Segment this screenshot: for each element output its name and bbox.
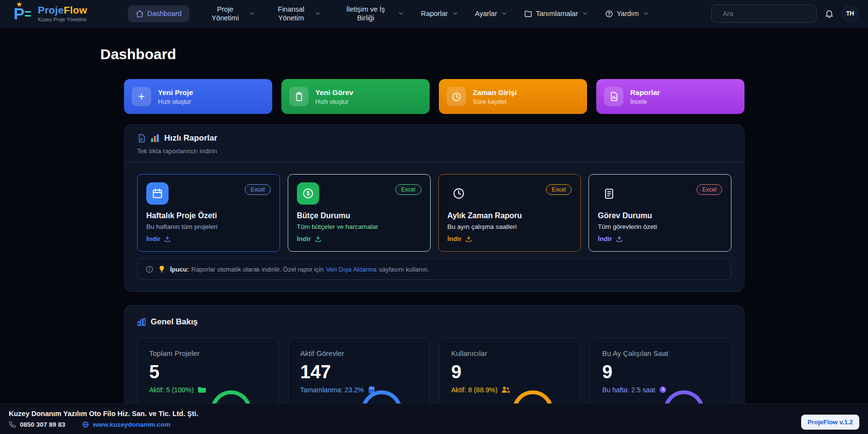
quick-reports-subtitle: Tek tıkla raporlarınızı indirin	[137, 147, 731, 155]
chevron-down-icon	[501, 10, 508, 17]
nav-item-raporlar[interactable]: Raporlar	[421, 10, 459, 17]
divider	[124, 162, 744, 162]
download-icon	[465, 235, 472, 242]
folder-green-icon	[198, 386, 206, 393]
quick-action-raporlar[interactable]: Raporlar İncele	[596, 79, 744, 114]
footer-company-name: Kuzey Donanım Yazılım Oto Filo Hiz. San.…	[9, 410, 198, 418]
page-title: Dashboard	[100, 46, 868, 63]
nav-item-iletisim-is-birligi[interactable]: İletişim ve İş Birliği	[338, 5, 404, 22]
report-card-gorev-durumu[interactable]: Excel Görev Durumu Tüm görevlerin özeti …	[589, 174, 731, 252]
quick-action-zaman-girisi[interactable]: Zaman Girişi Süre kaydet	[439, 79, 587, 114]
nav-item-ayarlar[interactable]: Ayarlar	[475, 10, 508, 17]
format-badge: Excel	[546, 184, 572, 195]
nav-right-tools: TH	[711, 4, 858, 23]
download-link[interactable]: İndir	[297, 235, 421, 242]
nav-item-proje-yonetimi[interactable]: Proje Yönetimi	[206, 5, 255, 22]
report-card-haftalik-proje-ozeti[interactable]: Excel Haftalık Proje Özeti Bu haftanın t…	[137, 174, 280, 252]
quick-actions-row: + Yeni Proje Hızlı oluştur Yeni Görev Hı…	[124, 79, 744, 114]
folder-icon	[524, 10, 532, 18]
search-box[interactable]	[711, 4, 817, 23]
user-avatar[interactable]: TH	[842, 5, 858, 22]
nav-item-dashboard[interactable]: Dashboard	[128, 5, 189, 22]
footer-website-link[interactable]: www.kuzeydonanim.com	[93, 421, 170, 428]
footer: Kuzey Donanım Yazılım Oto Filo Hiz. San.…	[0, 403, 868, 434]
clock-icon	[447, 87, 466, 106]
tip-label: İpucu:	[170, 266, 189, 273]
info-icon	[145, 265, 154, 273]
quick-action-yeni-gorev[interactable]: Yeni Görev Hızlı oluştur	[281, 79, 430, 114]
brand-tagline: Kuzey Proje Yönetimi	[38, 17, 87, 23]
format-badge: Excel	[697, 184, 722, 195]
chevron-down-icon	[248, 10, 255, 17]
download-icon	[314, 235, 322, 242]
chevron-down-icon	[452, 10, 459, 17]
help-icon	[605, 10, 613, 18]
download-icon	[616, 235, 623, 242]
clipboard-icon	[289, 87, 309, 106]
main-menu: Dashboard Proje Yönetimi Finansal Yöneti…	[128, 5, 650, 22]
clock-icon	[448, 182, 470, 205]
report-card-aylik-zaman-raporu[interactable]: Excel Aylık Zaman Raporu Bu ayın çalışma…	[438, 174, 581, 252]
dollar-icon: $	[297, 182, 319, 205]
document-icon	[137, 134, 146, 143]
search-input[interactable]	[723, 10, 810, 17]
chevron-down-icon	[314, 10, 321, 17]
format-badge: Excel	[245, 184, 270, 195]
quick-action-yeni-proje[interactable]: + Yeni Proje Hızlı oluştur	[124, 79, 272, 114]
report-icon	[604, 87, 623, 106]
svg-text:$: $	[306, 190, 310, 197]
format-badge: Excel	[395, 184, 421, 195]
tip-bar: İpucu: Raporlar otomatik olarak indirili…	[137, 258, 731, 280]
plus-icon: +	[132, 87, 151, 106]
calendar-icon	[146, 182, 169, 205]
download-link[interactable]: İndir	[448, 235, 572, 242]
tip-text: Raporlar otomatik olarak indirilir. Özel…	[191, 266, 324, 273]
bar-chart-icon	[151, 134, 159, 143]
app-version-badge[interactable]: ProjeFlow v.1.2	[801, 415, 859, 430]
chevron-down-icon	[643, 10, 650, 17]
download-link[interactable]: İndir	[146, 235, 271, 242]
clock-purple-icon	[659, 386, 666, 393]
quick-reports-title: Hızlı Raporlar	[164, 133, 217, 143]
app-logo[interactable]: ★ P ProjeFlow Kuzey Proje Yönetimi	[13, 2, 115, 25]
download-icon	[164, 235, 171, 242]
tip-suffix: sayfasını kullanın.	[379, 266, 429, 273]
home-icon	[136, 10, 144, 18]
task-doc-icon	[598, 182, 620, 205]
footer-phone[interactable]: 0850 307 89 83	[20, 421, 65, 428]
report-cards-row: Excel Haftalık Proje Özeti Bu haftanın t…	[137, 174, 731, 252]
tip-link-veri-disa-aktarma[interactable]: Veri Dışa Aktarma	[326, 266, 376, 273]
download-link[interactable]: İndir	[598, 235, 722, 242]
chevron-down-icon	[398, 10, 404, 17]
nav-item-tanimlamalar[interactable]: Tanımlamalar	[524, 10, 589, 18]
overview-title: Genel Bakış	[151, 317, 198, 327]
brand-name-primary: Proje	[38, 4, 64, 16]
globe-icon	[82, 421, 89, 428]
main-content: Dashboard + Yeni Proje Hızlı oluştur Yen…	[0, 46, 868, 434]
bar-chart-blue-icon	[137, 318, 146, 326]
report-card-butce-durumu[interactable]: $ Excel Bütçe Durumu Tüm bütçeler ve har…	[288, 174, 431, 252]
top-navigation: ★ P ProjeFlow Kuzey Proje Yönetimi Dashb…	[0, 0, 868, 28]
notifications-bell-icon[interactable]	[824, 9, 834, 18]
lightbulb-icon	[158, 265, 165, 273]
users-orange-icon	[501, 386, 510, 393]
search-icon	[717, 10, 718, 17]
quick-reports-panel: Hızlı Raporlar Tek tıkla raporlarınızı i…	[124, 124, 744, 292]
nav-item-finansal-yonetim[interactable]: Finansal Yönetim	[272, 5, 321, 22]
phone-icon	[9, 421, 16, 428]
logo-mark-icon: ★ P	[13, 2, 32, 25]
nav-item-yardim[interactable]: Yardım	[605, 10, 650, 18]
brand-name-secondary: Flow	[64, 4, 88, 16]
chevron-down-icon	[582, 10, 589, 17]
